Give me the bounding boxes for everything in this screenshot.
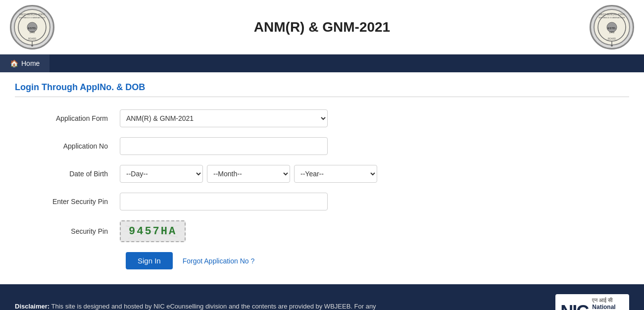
dob-month-select[interactable]: --Month-- JanuaryFebruaryMarchAprilMayJu… <box>207 165 290 183</box>
svg-text:WEST BENGAL JOINT: WEST BENGAL JOINT <box>19 13 45 16</box>
security-pin-captcha-cell: 9457HA <box>114 215 460 247</box>
navbar: 🏠 Home <box>0 54 644 72</box>
application-form-input-cell: ANM(R) & GNM-2021 <box>114 104 460 132</box>
svg-point-9 <box>31 45 33 47</box>
dob-day-select[interactable]: --Day-- 12345678910111213141516171819202… <box>120 165 203 183</box>
login-form: Application Form ANM(R) & GNM-2021 Appli… <box>15 104 460 247</box>
page-title: ANM(R) & GNM-2021 <box>254 19 390 35</box>
application-form-select[interactable]: ANM(R) & GNM-2021 <box>120 109 328 127</box>
application-no-row: Application No <box>15 132 460 160</box>
svg-text:ESTD.: ESTD. <box>607 27 616 30</box>
action-row: Sign In Forgot Application No ? <box>15 247 629 274</box>
home-icon: 🏠 <box>10 59 18 67</box>
signin-button[interactable]: Sign In <box>126 252 173 269</box>
application-no-input-cell <box>114 132 460 160</box>
svg-text:ENTRANCE EXAMINATIONS: ENTRANCE EXAMINATIONS <box>19 16 45 19</box>
captcha-text: 9457HA <box>129 225 177 238</box>
svg-text:ENTRANCE EXAMINATIONS: ENTRANCE EXAMINATIONS <box>598 16 625 19</box>
footer: Disclaimer: This site is designed and ho… <box>0 284 644 310</box>
logo-left: WEST BENGAL JOINT ENTRANCE EXAMINATIONS … <box>10 5 54 50</box>
nic-letters: NIC <box>560 302 588 310</box>
svg-text:BOARD: BOARD <box>28 38 37 40</box>
application-form-label: Application Form <box>15 104 114 132</box>
security-pin-input-cell <box>114 188 460 215</box>
forgot-application-link[interactable]: Forgot Application No ? <box>183 257 255 265</box>
disclaimer-text: This site is designed and hosted by NIC … <box>15 303 376 310</box>
nic-hindi-text: एन आई सी <box>592 297 624 304</box>
security-pin-input-row: Enter Security Pin <box>15 188 460 215</box>
svg-text:WEST BENGAL JOINT: WEST BENGAL JOINT <box>599 13 625 16</box>
page-header: WEST BENGAL JOINT ENTRANCE EXAMINATIONS … <box>0 0 644 54</box>
application-form-row: Application Form ANM(R) & GNM-2021 <box>15 104 460 132</box>
svg-text:1962: 1962 <box>29 31 35 34</box>
nic-logo-box: NIC एन आई सी National Informatics Centre <box>555 294 629 310</box>
footer-disclaimer: Disclaimer: This site is designed and ho… <box>15 302 386 310</box>
security-pin-captcha-row: Security Pin 9457HA <box>15 215 460 247</box>
security-pin-input[interactable] <box>120 193 328 210</box>
main-content: Login Through ApplNo. & DOB Application … <box>0 72 644 284</box>
nic-logo: NIC एन आई सी National Informatics Centre <box>555 294 629 310</box>
nic-name-line1: National <box>592 304 624 310</box>
section-title: Login Through ApplNo. & DOB <box>15 82 629 97</box>
dob-row: Date of Birth --Day-- 123456789101112131… <box>15 160 460 188</box>
dob-year-select[interactable]: --Year-- 1990199119921993199419951996199… <box>294 165 377 183</box>
dob-input-cell: --Day-- 12345678910111213141516171819202… <box>114 160 460 188</box>
svg-point-19 <box>611 45 613 47</box>
dob-label: Date of Birth <box>15 160 114 188</box>
application-no-label: Application No <box>15 132 114 160</box>
security-pin-label: Security Pin <box>15 215 114 247</box>
logo-right: WEST BENGAL JOINT ENTRANCE EXAMINATIONS … <box>590 5 634 50</box>
nav-home[interactable]: 🏠 Home <box>0 54 50 72</box>
captcha-display: 9457HA <box>120 220 186 242</box>
svg-text:ESTD.: ESTD. <box>28 27 37 30</box>
nav-home-label: Home <box>21 59 40 67</box>
nic-text-block: एन आई सी National Informatics Centre <box>592 297 624 310</box>
application-no-input[interactable] <box>120 137 328 155</box>
disclaimer-bold-label: Disclaimer: <box>15 303 50 310</box>
svg-text:BOARD: BOARD <box>608 38 616 40</box>
svg-text:1962: 1962 <box>609 31 614 34</box>
enter-security-pin-label: Enter Security Pin <box>15 188 114 215</box>
